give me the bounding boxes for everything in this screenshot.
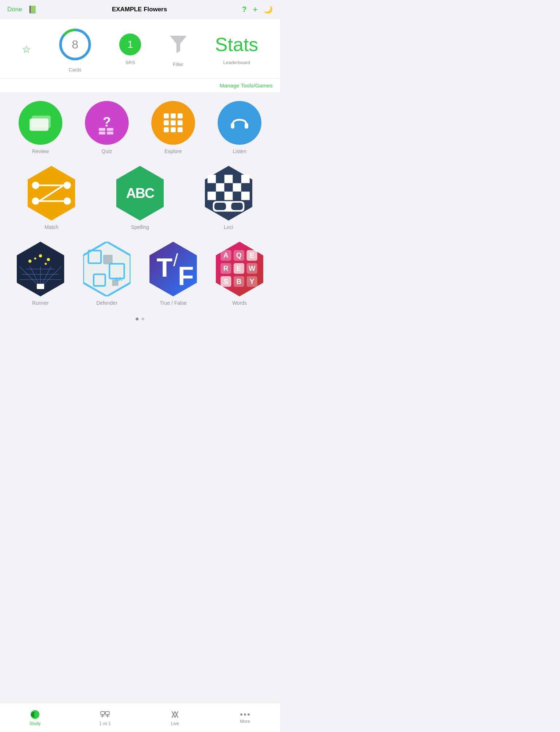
filter-icon (169, 34, 187, 55)
tool-truefalse[interactable]: T / F True / False (149, 242, 197, 306)
header-right: ? + 🌙 (242, 4, 273, 15)
svg-text:A: A (223, 251, 229, 259)
done-button[interactable]: Done (7, 6, 22, 13)
stats-section: ☆ 8 Cards (0, 19, 280, 78)
svg-rect-47 (214, 203, 226, 210)
svg-rect-12 (178, 113, 183, 118)
cards-label: Cards (69, 67, 82, 73)
filter-stat[interactable]: Filter (167, 32, 189, 67)
svg-rect-68 (94, 274, 105, 286)
svg-rect-42 (216, 192, 224, 200)
svg-text:AR: AR (115, 276, 122, 282)
pagination-dot-2[interactable] (141, 318, 144, 320)
hex-row-2: Runner (7, 242, 273, 306)
spelling-hex: ABC (116, 166, 164, 221)
svg-text:E: E (250, 251, 254, 259)
question-icon[interactable]: ? (242, 5, 247, 14)
match-hex (28, 166, 75, 221)
review-icon (19, 101, 62, 145)
runner-label: Runner (32, 300, 49, 306)
pagination (7, 312, 273, 329)
spelling-label: Spelling (131, 224, 149, 230)
svg-point-24 (32, 198, 39, 205)
tool-defender[interactable]: AR Defender (83, 242, 131, 306)
svg-rect-44 (233, 192, 241, 200)
defender-label: Defender (96, 300, 117, 306)
svg-rect-4 (30, 118, 48, 131)
truefalse-hex: T / F (149, 242, 197, 296)
tool-runner[interactable]: Runner (17, 242, 64, 306)
svg-point-60 (47, 258, 50, 261)
svg-rect-63 (37, 284, 44, 289)
svg-point-58 (28, 260, 32, 263)
svg-rect-40 (241, 183, 249, 192)
pagination-dot-1[interactable] (136, 318, 139, 320)
words-hex: A Q E R E W S (216, 242, 263, 296)
svg-rect-41 (207, 192, 216, 200)
svg-rect-35 (241, 175, 249, 183)
svg-point-23 (64, 182, 71, 189)
svg-rect-14 (171, 120, 176, 125)
svg-point-22 (32, 182, 39, 189)
tools-section: Review ? Quiz (0, 92, 280, 329)
tool-match[interactable]: Match (28, 166, 75, 230)
spelling-text: ABC (126, 186, 154, 201)
svg-rect-66 (103, 255, 113, 264)
srs-badge: 1 (119, 34, 141, 55)
loci-label: Loci (224, 224, 233, 230)
svg-rect-19 (231, 123, 234, 129)
truefalse-label: True / False (160, 300, 187, 306)
stats-text: Stats (215, 34, 258, 55)
tool-explore[interactable]: Explore (151, 101, 195, 154)
header: Done 📗 EXAMPLE Flowers ? + 🌙 (0, 0, 280, 19)
round-tools-row: Review ? Quiz (7, 101, 273, 154)
svg-text:E: E (237, 264, 241, 272)
page-title: EXAMPLE Flowers (37, 6, 242, 13)
svg-text:?: ? (103, 114, 111, 129)
tool-review[interactable]: Review (19, 101, 62, 154)
svg-point-61 (34, 257, 36, 260)
quiz-icon: ? (85, 101, 129, 145)
defender-hex: AR (83, 242, 131, 296)
words-label: Words (232, 300, 247, 306)
moon-icon[interactable]: 🌙 (264, 5, 273, 14)
srs-stat[interactable]: 1 SRS (119, 34, 141, 65)
svg-text:F: F (178, 261, 194, 291)
hex-row-1: Match ABC Spelling (7, 166, 273, 230)
svg-rect-32 (216, 175, 224, 183)
svg-rect-11 (171, 113, 176, 118)
svg-text:B: B (236, 277, 241, 285)
explore-label: Explore (164, 148, 182, 154)
svg-rect-38 (224, 183, 233, 192)
tool-quiz[interactable]: ? Quiz (85, 101, 129, 154)
stats-stat[interactable]: Stats Leaderboard (215, 34, 258, 65)
book-icon[interactable]: 📗 (28, 5, 37, 14)
svg-rect-43 (224, 192, 233, 200)
star-icon: ☆ (22, 43, 31, 55)
svg-rect-31 (207, 175, 216, 183)
stats-grid: ☆ 8 Cards (9, 26, 271, 78)
svg-rect-45 (241, 192, 249, 200)
svg-text:R: R (223, 264, 229, 272)
add-icon[interactable]: + (253, 4, 258, 15)
tool-words[interactable]: A Q E R E W S (216, 242, 263, 306)
svg-text:/: / (173, 250, 178, 270)
svg-text:T: T (157, 253, 173, 282)
svg-text:S: S (223, 277, 228, 285)
explore-icon (151, 101, 195, 145)
svg-rect-48 (231, 203, 243, 210)
tool-spelling[interactable]: ABC Spelling (116, 166, 164, 230)
listen-icon (218, 101, 261, 145)
cards-circle: 8 (57, 26, 93, 63)
favorite-button[interactable]: ☆ (22, 43, 31, 55)
svg-rect-65 (88, 250, 101, 263)
tool-listen[interactable]: Listen (218, 101, 261, 154)
svg-point-59 (39, 254, 42, 258)
svg-rect-8 (99, 132, 105, 135)
quiz-label: Quiz (102, 148, 112, 154)
manage-tools-link[interactable]: Manage Tools/Games (0, 78, 280, 92)
filter-label: Filter (173, 62, 183, 67)
svg-line-28 (39, 185, 63, 201)
tool-loci[interactable]: Loci (205, 166, 252, 230)
cards-stat[interactable]: 8 Cards (57, 26, 93, 73)
